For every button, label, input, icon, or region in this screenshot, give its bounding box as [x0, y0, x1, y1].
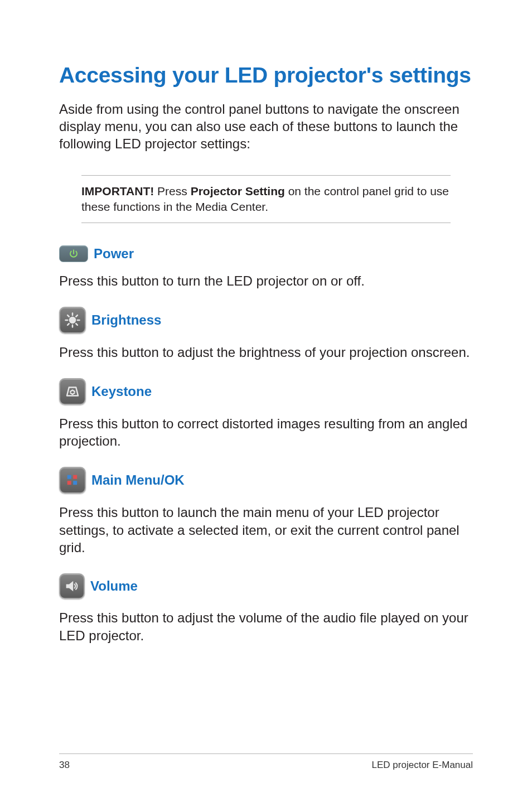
svg-rect-9 [67, 475, 71, 479]
keystone-icon [59, 378, 86, 405]
important-strong: Projector Setting [191, 185, 285, 197]
page-footer: 38 LED projector E-Manual [59, 753, 473, 771]
brightness-icon [59, 307, 86, 334]
setting-volume: Volume Press this button to adjust the v… [59, 573, 473, 644]
important-label: IMPORTANT! [81, 185, 154, 197]
setting-power: Power Press this button to turn the LED … [59, 245, 473, 290]
setting-desc: Press this button to turn the LED projec… [59, 272, 473, 290]
setting-desc: Press this button to adjust the volume o… [59, 609, 473, 644]
important-text-before: Press [154, 185, 190, 197]
setting-name: Main Menu/OK [91, 472, 185, 488]
setting-name: Power [94, 246, 134, 262]
setting-desc: Press this button to launch the main men… [59, 504, 473, 557]
svg-line-7 [67, 323, 69, 325]
svg-line-8 [76, 315, 78, 317]
svg-rect-12 [73, 481, 77, 485]
svg-rect-11 [67, 481, 71, 485]
setting-name: Volume [90, 578, 138, 594]
setting-main-menu: Main Menu/OK Press this button to launch… [59, 467, 473, 557]
footer-doc-title: LED projector E-Manual [372, 760, 473, 771]
setting-brightness: Brightness Press this button to adjust t… [59, 307, 473, 361]
important-note: IMPORTANT! Press Projector Setting on th… [81, 175, 451, 224]
svg-point-0 [70, 317, 75, 323]
power-icon [59, 245, 88, 262]
grid-icon [59, 467, 86, 494]
page-number: 38 [59, 760, 70, 771]
intro-text: Aside from using the control panel butto… [59, 100, 473, 153]
svg-rect-10 [73, 475, 77, 479]
setting-desc: Press this button to adjust the brightne… [59, 344, 473, 361]
svg-line-6 [76, 323, 78, 325]
setting-desc: Press this button to correct distorted i… [59, 415, 473, 450]
svg-line-5 [67, 315, 69, 317]
volume-icon [59, 573, 85, 599]
setting-name: Keystone [91, 384, 152, 399]
setting-keystone: Keystone Press this button to correct di… [59, 378, 473, 450]
page-title: Accessing your LED projector's settings [59, 62, 473, 88]
setting-name: Brightness [91, 312, 161, 328]
